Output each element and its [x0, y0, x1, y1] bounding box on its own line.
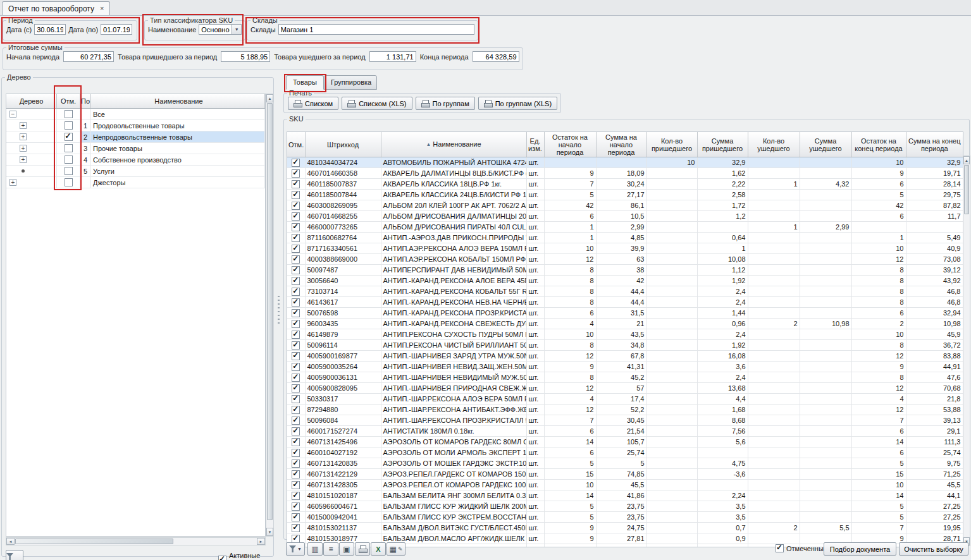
tree-row-label[interactable]: Продовольственные товары: [91, 120, 265, 131]
table-row[interactable]: 4000388669000 АНТИП.АЭР.РЕКСОНА КОБАЛЬТ …: [287, 254, 963, 265]
col-header-sum-in[interactable]: Сумма пришедшего: [697, 132, 748, 157]
tree-checkbox[interactable]: [65, 144, 73, 152]
table-row[interactable]: 8711600682764 АНТИП.-АЭРОЗ.ДАВ ПРИКОСН.П…: [287, 233, 963, 243]
tree-row-services[interactable]: 5 Услуги: [6, 166, 265, 177]
scroll-up-button[interactable]: ▲: [963, 156, 970, 164]
classifier-value-input[interactable]: [199, 24, 232, 35]
row-checkbox[interactable]: [292, 180, 300, 188]
save-layout-button[interactable]: ▣: [339, 542, 354, 556]
filter-menu-button[interactable]: ▼: [286, 542, 305, 556]
col-header-sum-end[interactable]: Сумма на конец периода: [906, 132, 963, 157]
tree-checkbox[interactable]: [65, 155, 73, 164]
col-header-qty-in[interactable]: Кол-во пришедшего: [646, 132, 697, 157]
row-checkbox[interactable]: [292, 427, 300, 435]
expand-icon[interactable]: +: [9, 179, 16, 186]
table-row[interactable]: 46143617 АНТИП.-КАРАНД.РЕКСОНА НЕВ.НА ЧЕ…: [287, 297, 963, 308]
table-row[interactable]: 50096114 АНТИП.РЕКСОНА ЧИСТЫЙ БРИЛЛИАНТ …: [287, 340, 963, 351]
scrollbar-thumb[interactable]: [267, 103, 273, 520]
sku-vertical-scrollbar[interactable]: ▲ ▼: [963, 155, 970, 546]
tree-col-header-order[interactable]: По: [80, 94, 91, 108]
print-groups-xls-button[interactable]: По группам (XLS): [478, 97, 557, 110]
row-checkbox[interactable]: [292, 513, 300, 521]
tab-close-icon[interactable]: ×: [100, 4, 104, 12]
table-row[interactable]: 4600104027192 АЭРОЗОЛЬ ОТ МОЛИ АРМОЛЬ ЭК…: [287, 447, 963, 458]
tree-checkbox[interactable]: [65, 133, 73, 141]
column-settings-button[interactable]: ▥: [307, 542, 323, 556]
table-row[interactable]: 4607131428305 АЭРОЗ.РЕПЕЛ.ОТ КОМАРОВ ГАР…: [287, 480, 963, 490]
col-header-unit[interactable]: Ед. изм.: [526, 132, 544, 157]
row-checkbox[interactable]: [292, 202, 300, 210]
tree-row-label[interactable]: Джесторы: [91, 177, 265, 188]
table-row[interactable]: 8717163340561 АНТИП.АЭР.РЕКСОНА АЛОЭ ВЕР…: [287, 243, 963, 254]
col-header-qty-start[interactable]: Остаток на начало периода: [544, 132, 596, 157]
table-row[interactable]: 30056640 АНТИП.-КАРАНД.РЕКСОНА АЛОЕ ВЕРА…: [287, 276, 963, 286]
tree-col-header-name[interactable]: Наименование: [91, 94, 265, 108]
row-checkbox[interactable]: [292, 212, 300, 221]
table-row[interactable]: 4015000942041 БАЛЬЗАМ ГЛИСС КУР ЭКСТРЕМ.…: [287, 512, 963, 523]
row-checkbox[interactable]: [292, 384, 300, 393]
row-checkbox[interactable]: [292, 191, 300, 199]
row-checkbox[interactable]: [292, 341, 300, 350]
row-checkbox[interactable]: [292, 406, 300, 414]
table-row[interactable]: 46149879 АНТИП.РЕКСОНА СУХОСТЬ ПУДРЫ 50М…: [287, 329, 963, 340]
excel-export-button[interactable]: X: [371, 542, 386, 556]
collapse-icon[interactable]: −: [9, 111, 16, 118]
tree-row-own-production[interactable]: + 4 Собственное производство: [6, 154, 265, 166]
pick-document-button[interactable]: Подбор документа: [824, 542, 896, 556]
tree-row-dzhestory[interactable]: + Джесторы: [6, 177, 265, 188]
tree-row-label[interactable]: Непродовольственные товары: [91, 131, 265, 142]
tree-row-label[interactable]: Собственное производство: [91, 154, 265, 165]
scroll-up-button[interactable]: ▲: [266, 94, 273, 102]
row-checkbox[interactable]: [292, 535, 300, 543]
print-list-xls-button[interactable]: Списком (XLS): [342, 97, 412, 110]
table-row[interactable]: 50076598 АНТИП.-КАРАНД.РЕКСОНА ПРОЗР.КРИ…: [287, 308, 963, 319]
row-checkbox[interactable]: [292, 309, 300, 317]
table-row[interactable]: 4601185007844 АКВАРЕЛЬ КЛАССИКА 24ЦВ.Б/К…: [287, 190, 963, 200]
row-checkbox[interactable]: [292, 288, 300, 296]
print-groups-button[interactable]: По группам: [416, 97, 475, 110]
tree-checkbox[interactable]: [65, 178, 73, 186]
classifier-combobox[interactable]: ▼: [199, 24, 242, 35]
row-checkbox[interactable]: [292, 331, 300, 339]
scrollbar-thumb[interactable]: [15, 539, 173, 544]
row-checkbox[interactable]: [292, 524, 300, 532]
col-header-barcode[interactable]: Штрихкод: [305, 132, 381, 157]
table-row[interactable]: 4810153021137 БАЛЬЗАМ Д/ВОЛ.ВИТЭКС ГУСТ/…: [287, 523, 963, 533]
col-header-sum-start[interactable]: Сумма на начало периода: [596, 132, 646, 157]
tree-vertical-scrollbar[interactable]: ▲ ▼: [266, 94, 274, 537]
tree-col-header-tree[interactable]: Дерево: [6, 94, 57, 108]
document-tab[interactable]: Отчет по товарообороту ×: [2, 1, 110, 15]
table-row[interactable]: 50097487 АНТИПЕРСПИРАНТ ДАВ НЕВИДИМЫЙ 50…: [287, 265, 963, 276]
scroll-left-button[interactable]: ◄: [6, 538, 15, 545]
col-header-mark[interactable]: Отм.: [287, 132, 305, 157]
expand-icon[interactable]: +: [20, 145, 27, 152]
tree-row-label[interactable]: Все: [91, 109, 265, 119]
warehouses-input[interactable]: [278, 24, 474, 35]
tree-row-nonfood[interactable]: + 2 Непродовольственные товары: [6, 131, 265, 143]
marked-checkbox[interactable]: [776, 544, 784, 552]
table-row[interactable]: 4603008269095 АЛЬБОМ 20Л КЛЕЙ 100ГР АК А…: [287, 200, 963, 211]
row-checkbox[interactable]: [292, 374, 300, 382]
row-checkbox[interactable]: [292, 223, 300, 231]
row-checkbox[interactable]: [292, 417, 300, 425]
row-checkbox[interactable]: [292, 492, 300, 500]
chevron-down-icon[interactable]: ▼: [232, 24, 242, 35]
tree-checkbox[interactable]: [65, 121, 73, 130]
table-row[interactable]: 96003435 АНТИП.-КАРАНД.РЕКСОНА СВЕЖЕСТЬ …: [287, 319, 963, 329]
row-checkbox[interactable]: [292, 363, 300, 371]
date-to-input[interactable]: [101, 24, 132, 35]
row-checkbox[interactable]: [292, 159, 300, 167]
scrollbar-thumb[interactable]: [964, 165, 969, 214]
row-checkbox[interactable]: [292, 245, 300, 253]
table-row[interactable]: 4810344034724 АВТОМОБИЛЬ ПОЖАРНЫЙ АНТОШК…: [287, 157, 963, 168]
row-checkbox[interactable]: [292, 255, 300, 264]
table-settings-button[interactable]: ▦ ✎: [387, 542, 405, 556]
row-checkbox[interactable]: [292, 470, 300, 478]
expand-icon[interactable]: +: [20, 156, 27, 163]
row-checkbox[interactable]: [292, 277, 300, 285]
row-checkbox[interactable]: [292, 298, 300, 307]
active-f5-checkbox-group[interactable]: Активные (F5): [218, 552, 273, 560]
tree-checkbox[interactable]: [65, 167, 73, 175]
table-row[interactable]: 87294880 АНТИП.-ШАР.РЕКСОНА АНТИБАКТ.ЭФФ…: [287, 405, 963, 415]
table-row[interactable]: 4607131425496 АЭРОЗОЛЬ ОТ КОМАРОВ ГАРДЕК…: [287, 437, 963, 447]
